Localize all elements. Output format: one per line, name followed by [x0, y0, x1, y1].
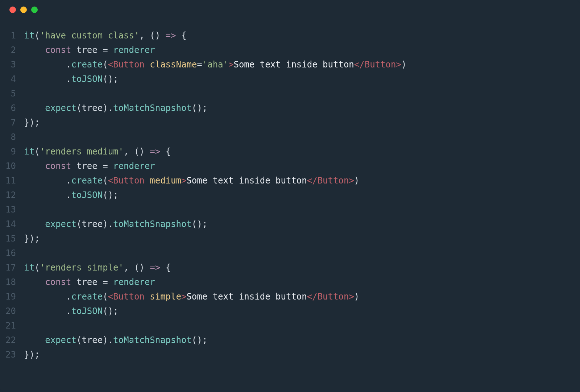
- code-line[interactable]: .toJSON();: [19, 72, 580, 86]
- code-token: ();: [192, 335, 207, 345]
- code-token: <: [108, 176, 113, 186]
- code-line[interactable]: .toJSON();: [19, 188, 580, 202]
- code-token: it: [24, 147, 34, 157]
- code-token: , (): [124, 147, 150, 157]
- line-number: 23: [0, 347, 16, 362]
- code-line[interactable]: it('renders simple', () => {: [19, 260, 580, 275]
- code-token: toJSON: [71, 306, 103, 316]
- code-line[interactable]: [19, 130, 580, 144]
- code-token: {: [160, 147, 171, 157]
- line-number: 10: [0, 159, 16, 173]
- line-number: 5: [0, 86, 16, 101]
- line-number: 12: [0, 188, 16, 202]
- line-number: 9: [0, 144, 16, 159]
- line-number: 1: [0, 28, 16, 43]
- code-line[interactable]: const tree = renderer: [19, 43, 580, 57]
- code-line[interactable]: [19, 246, 580, 260]
- code-token: {: [176, 30, 187, 41]
- code-line[interactable]: const tree = renderer: [19, 275, 580, 289]
- code-token: (: [34, 263, 40, 273]
- code-line[interactable]: [19, 318, 580, 333]
- code-token: ();: [192, 103, 207, 113]
- code-line[interactable]: });: [19, 231, 580, 246]
- code-token: =>: [166, 30, 176, 41]
- code-token: .: [24, 59, 71, 70]
- window-close-icon[interactable]: [9, 7, 16, 13]
- code-token: =: [98, 161, 113, 171]
- line-number: 16: [0, 246, 16, 260]
- code-token: renderer: [113, 161, 155, 171]
- code-token: ();: [103, 306, 118, 316]
- code-token: (: [76, 335, 82, 345]
- code-line[interactable]: it('have custom class', () => {: [19, 28, 580, 43]
- code-line[interactable]: [19, 202, 580, 217]
- code-token: medium: [150, 176, 181, 186]
- window-minimize-icon[interactable]: [20, 7, 27, 13]
- code-token: (: [34, 30, 40, 41]
- code-token: ();: [103, 74, 118, 84]
- code-line[interactable]: expect(tree).toMatchSnapshot();: [19, 101, 580, 115]
- code-token: =>: [150, 263, 160, 273]
- code-token: ).: [103, 335, 113, 345]
- code-line[interactable]: });: [19, 115, 580, 130]
- code-token: Button: [113, 292, 145, 302]
- code-token: });: [24, 350, 40, 360]
- line-number: 18: [0, 275, 16, 289]
- code-token: tree: [82, 335, 103, 345]
- code-token: [71, 277, 76, 287]
- code-token: =: [197, 59, 202, 70]
- code-token: toMatchSnapshot: [113, 103, 192, 113]
- code-line[interactable]: .create(<Button simple>Some text inside …: [19, 289, 580, 304]
- code-token: >: [396, 59, 401, 70]
- code-token: [145, 59, 150, 70]
- code-token: >: [349, 292, 354, 302]
- window-zoom-icon[interactable]: [31, 7, 38, 13]
- code-token: expect: [45, 219, 76, 229]
- code-token: ).: [103, 103, 113, 113]
- code-token: Button: [113, 59, 145, 70]
- line-number: 7: [0, 115, 16, 130]
- code-token: (: [76, 219, 82, 229]
- code-line[interactable]: .create(<Button className='aha'>Some tex…: [19, 57, 580, 72]
- code-token: Button: [113, 176, 145, 186]
- code-token: className: [150, 59, 197, 70]
- code-line[interactable]: expect(tree).toMatchSnapshot();: [19, 217, 580, 231]
- code-token: (: [103, 292, 108, 302]
- code-token: (: [103, 59, 108, 70]
- code-token: [24, 161, 45, 171]
- code-line[interactable]: it('renders medium', () => {: [19, 144, 580, 159]
- line-number-gutter: 1234567891011121314151617181920212223: [0, 28, 19, 362]
- code-token: </: [354, 59, 365, 70]
- line-number: 17: [0, 260, 16, 275]
- code-token: Some text inside button: [233, 59, 354, 70]
- code-line[interactable]: .toJSON();: [19, 304, 580, 318]
- line-number: 8: [0, 130, 16, 144]
- line-number: 19: [0, 289, 16, 304]
- code-line[interactable]: const tree = renderer: [19, 159, 580, 173]
- code-line[interactable]: expect(tree).toMatchSnapshot();: [19, 333, 580, 347]
- code-token: const: [45, 45, 71, 55]
- code-token: const: [45, 161, 71, 171]
- code-line[interactable]: });: [19, 347, 580, 362]
- code-token: [145, 292, 150, 302]
- code-token: it: [24, 30, 34, 41]
- code-line[interactable]: [19, 86, 580, 101]
- code-token: toJSON: [71, 190, 103, 200]
- code-token: =: [98, 277, 113, 287]
- code-token: <: [108, 59, 113, 70]
- code-token: simple: [150, 292, 181, 302]
- code-token: ();: [103, 190, 118, 200]
- code-editor[interactable]: 1234567891011121314151617181920212223 it…: [0, 20, 580, 362]
- code-token: renderer: [113, 277, 155, 287]
- code-token: Some text inside button: [186, 292, 307, 302]
- code-token: const: [45, 277, 71, 287]
- code-token: 'renders simple': [40, 263, 124, 273]
- code-token: [71, 45, 76, 55]
- code-token: ();: [192, 219, 207, 229]
- code-area[interactable]: it('have custom class', () => { const tr…: [19, 28, 580, 362]
- line-number: 20: [0, 304, 16, 318]
- code-token: expect: [45, 103, 76, 113]
- code-token: tree: [82, 103, 103, 113]
- code-token: .: [24, 176, 71, 186]
- code-line[interactable]: .create(<Button medium>Some text inside …: [19, 173, 580, 188]
